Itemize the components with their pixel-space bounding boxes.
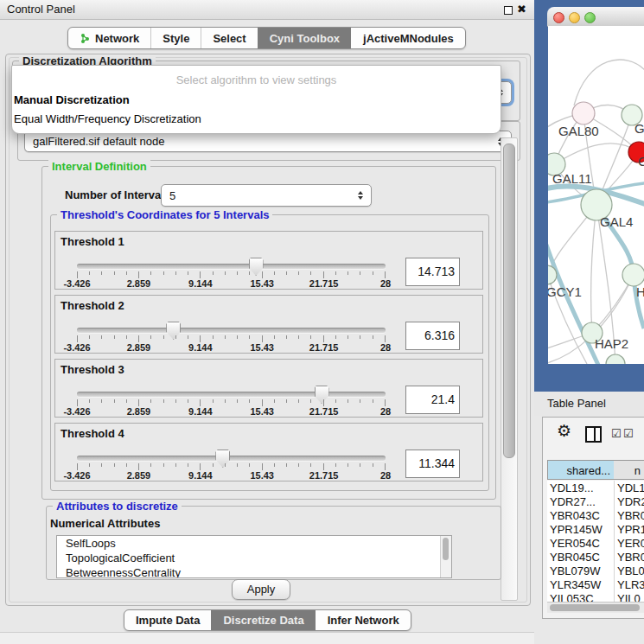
tick-mark (348, 271, 348, 275)
tab-cyni-toolbox[interactable]: Cyni Toolbox (258, 28, 351, 48)
cell-shared-name[interactable]: YBR045C (550, 551, 600, 564)
network-canvas[interactable]: GAL80GACGAL11GAL4GCY1HHAP2 (548, 26, 644, 364)
tick-mark (348, 399, 348, 403)
tick-mark (310, 399, 311, 403)
tick-label: 9.144 (188, 470, 213, 481)
tick-mark (262, 399, 263, 406)
cell-name[interactable]: YDL1 (617, 481, 644, 495)
main-scrollbar-thumb[interactable] (503, 143, 515, 458)
table-row[interactable]: YBR043CYBR0 (547, 509, 644, 523)
minimize-window-icon[interactable] (569, 12, 580, 23)
threshold-label: Threshold 3 (61, 363, 124, 376)
table-row[interactable]: YDL19...YDL1 (547, 481, 644, 495)
cell-name[interactable]: YER0 (617, 537, 644, 551)
tab-select[interactable]: Select (201, 28, 257, 48)
threshold-value-field[interactable]: 21.4 (405, 386, 460, 414)
table-row[interactable]: YBL079WYBL0 (547, 564, 644, 578)
close-window-icon[interactable] (553, 12, 564, 23)
threshold-slider-track[interactable] (77, 392, 386, 397)
cell-name[interactable]: YBR0 (617, 551, 644, 564)
network-edge[interactable] (554, 143, 639, 164)
popup-hint: Select algorithm to view settings (12, 73, 501, 86)
cell-shared-name[interactable]: YBR043C (550, 509, 600, 523)
tick-mark (373, 399, 373, 403)
column-header-name[interactable]: n (614, 460, 644, 480)
threshold-value-field[interactable]: 6.316 (405, 322, 460, 350)
node-label: C (638, 154, 644, 169)
cell-name[interactable]: YDR2 (617, 495, 644, 509)
checkbox-icon[interactable]: ☑ (611, 428, 622, 440)
cell-shared-name[interactable]: YDR27... (550, 495, 596, 509)
tick-mark (150, 399, 151, 403)
tick-mark (373, 463, 373, 467)
cell-name[interactable]: YLR3 (617, 578, 644, 592)
zoom-window-icon[interactable] (584, 12, 596, 23)
popup-item-equal-width-frequency[interactable]: Equal Width/Frequency Discretization (12, 112, 501, 126)
cell-shared-name[interactable]: YLR345W (550, 578, 601, 592)
tick-mark (286, 399, 287, 403)
tick-mark (262, 271, 263, 278)
numerical-attributes-list[interactable]: SelfLoopsTopologicalCoefficientBetweenne… (56, 535, 452, 578)
table-row[interactable]: YDR27...YDR2 (547, 495, 644, 509)
tab-label: Select (213, 32, 245, 45)
table-row[interactable]: YBR045CYBR0 (547, 551, 644, 564)
column-header-shared[interactable]: shared... (547, 460, 615, 480)
number-of-intervals-combobox[interactable]: 5 (161, 184, 372, 207)
tab-infer-network[interactable]: Infer Network (316, 610, 411, 630)
tick-label: 21.715 (309, 470, 339, 481)
cell-name[interactable]: YPR1 (617, 523, 644, 537)
tick-mark (249, 271, 250, 275)
table-hscrollbar-thumb[interactable] (550, 604, 640, 611)
tick-mark (77, 335, 78, 342)
tick-mark (262, 463, 263, 470)
close-panel-icon[interactable]: ✖ (517, 2, 526, 17)
network-window-titlebar[interactable] (547, 7, 644, 27)
apply-button[interactable]: Apply (232, 579, 290, 600)
tick-mark (225, 271, 226, 275)
tick-mark (335, 271, 336, 275)
threshold-slider-track[interactable] (77, 264, 386, 269)
tab-discretize-data[interactable]: Discretize Data (211, 610, 315, 630)
tick-mark (77, 271, 78, 278)
cell-shared-name[interactable]: YPR145W (550, 523, 603, 537)
tab-style[interactable]: Style (150, 28, 201, 48)
cell-name[interactable]: YBL0 (617, 564, 644, 578)
network-edge[interactable] (574, 60, 644, 105)
threshold-value-field[interactable]: 14.713 (405, 258, 460, 286)
attribute-list-item[interactable]: BetweennessCentrality (57, 565, 451, 578)
tab-network[interactable]: Network (68, 28, 150, 48)
tick-mark (360, 335, 360, 339)
cell-shared-name[interactable]: YDL19... (550, 481, 594, 495)
node-label: GAL11 (552, 171, 592, 186)
table-row[interactable]: YLR345WYLR3 (547, 578, 644, 592)
node-label: GAL80 (558, 124, 599, 138)
table-row[interactable]: YER054CYER0 (547, 537, 644, 551)
tab-jactivemnodules[interactable]: jActiveMNodules (351, 28, 465, 48)
tick-label: -3.426 (63, 278, 90, 289)
tick-mark (373, 271, 373, 275)
threshold-slider-track[interactable] (77, 328, 386, 333)
network-node[interactable] (606, 354, 625, 364)
network-node[interactable] (572, 102, 595, 124)
cell-shared-name[interactable]: YBL079W (550, 564, 601, 578)
threshold-value-field[interactable]: 11.344 (405, 450, 460, 478)
attribute-list-item[interactable]: TopologicalCoefficient (57, 551, 451, 565)
split-column-icon[interactable] (585, 426, 602, 443)
checkbox-icon[interactable]: ☑ (623, 428, 634, 440)
attribute-list-item[interactable]: SelfLoops (57, 536, 451, 551)
popup-item-manual-discretization[interactable]: Manual Discretization (12, 93, 501, 107)
tick-label: 15.43 (250, 470, 274, 481)
table-row[interactable]: YPR145WYPR1 (547, 523, 644, 537)
gear-icon[interactable]: ⚙ (557, 423, 571, 440)
network-node[interactable] (622, 264, 644, 286)
list-scrollbar[interactable] (440, 536, 451, 577)
node-label: H (636, 284, 644, 299)
network-edge[interactable] (591, 205, 596, 333)
table-hscrollbar[interactable] (547, 602, 644, 613)
tab-impute-data[interactable]: Impute Data (124, 610, 211, 630)
float-panel-icon[interactable] (504, 6, 513, 15)
cell-name[interactable]: YBR0 (617, 509, 644, 523)
tick-label: 9.144 (188, 342, 213, 353)
cell-shared-name[interactable]: YER054C (550, 537, 600, 551)
threshold-slider-track[interactable] (77, 456, 386, 461)
